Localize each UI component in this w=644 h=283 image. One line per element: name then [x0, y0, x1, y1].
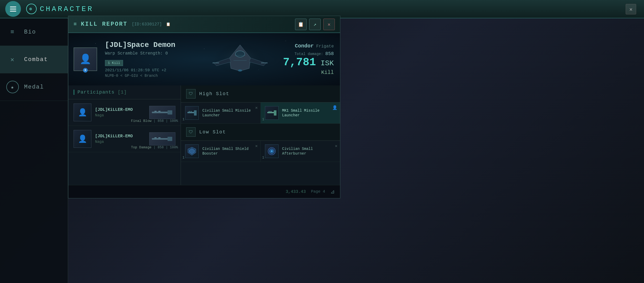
participant-1-info: [JDL]KiLLER-EMO Naga	[95, 107, 146, 117]
participant-2-damage: 858	[158, 145, 164, 149]
sidebar-item-bio[interactable]: ≡ Bio	[0, 18, 68, 46]
participant-2-ship: Naga	[95, 140, 146, 144]
sidebar-item-medal[interactable]: ★ Medal	[0, 73, 68, 101]
pilot-avatar: 👤 +	[74, 47, 97, 71]
participant-2-label: Top Damage	[131, 145, 152, 149]
app-logo: ⊕ CHARACTER	[26, 4, 93, 14]
high-slot-1-count: 1	[182, 117, 185, 121]
svg-rect-24	[269, 111, 270, 112]
logo-icon: ⊕	[26, 4, 37, 14]
sidebar: ≡ Bio ✕ Combat ★ Medal	[0, 18, 68, 283]
ship-banner: 👤 + [JDL]Space Demon Warp Scramble Stren…	[68, 33, 340, 85]
sidebar-medal-label: Medal	[24, 84, 44, 90]
participant-2-info: [JDL]KiLLER-EMO Naga	[95, 134, 146, 144]
kr-close-button[interactable]: ✕	[323, 19, 335, 30]
svg-rect-14	[152, 138, 170, 140]
participants-count: [1]	[118, 90, 127, 95]
participant-1-weapon	[149, 106, 175, 119]
svg-rect-22	[267, 112, 275, 113]
sidebar-combat-label: Combat	[24, 56, 48, 63]
low-slot-icon: 🛡	[186, 127, 196, 137]
kr-menu-icon[interactable]: ≡	[74, 21, 77, 27]
clipboard-button[interactable]: 📋	[295, 19, 307, 30]
shield-booster-svg	[187, 146, 197, 156]
high-slot-items: 1 Civilian Small Missile Launcher ✕	[181, 102, 340, 124]
svg-rect-15	[168, 137, 172, 141]
participant-row: 👤 [JDL]KiLLER-EMO Naga	[68, 126, 181, 152]
svg-rect-21	[191, 111, 192, 112]
weapon-svg-2	[151, 134, 174, 144]
afterburner-svg	[267, 146, 277, 156]
low-slot-item-1: 1 Civilian Small Shield Booster ✕	[181, 141, 261, 162]
low-slot-item-2: 1 Civilian Small Afterburner ✕	[261, 141, 340, 162]
low-slot-2-icon	[265, 144, 279, 158]
content-area: Participants [1] 👤 [JDL]KiLLER-EMO Naga	[68, 85, 340, 185]
panel-bottom: 3,433.43 Page 4 ⊿	[68, 185, 340, 198]
participant-2-stats: Top Damage | 858 | 100%	[131, 145, 178, 149]
kill-report-actions: 📋 ↗ ✕	[295, 19, 335, 30]
svg-rect-18	[187, 112, 195, 113]
participant-2-name: [JDL]KiLLER-EMO	[95, 134, 146, 139]
participants-panel: Participants [1] 👤 [JDL]KiLLER-EMO Naga	[68, 85, 181, 185]
svg-rect-10	[152, 112, 170, 113]
high-slot-1-icon	[185, 106, 199, 120]
low-slot-1-close[interactable]: ✕	[255, 143, 258, 149]
participant-1-label: Final Blow	[131, 119, 152, 123]
low-slot-1-name: Civilian Small Shield Booster	[202, 146, 256, 156]
page-number: Page 4	[311, 189, 325, 194]
participant-1-name: [JDL]KiLLER-EMO	[95, 107, 146, 112]
svg-rect-19	[194, 110, 197, 116]
kill-report-title: KILL REPORT	[81, 21, 127, 28]
svg-rect-16	[154, 137, 157, 138]
participant-1-avatar: 👤	[74, 104, 91, 121]
clipboard-icon: 📋	[166, 22, 170, 26]
participant-2-avatar: 👤	[74, 130, 91, 148]
sidebar-bio-label: Bio	[24, 29, 36, 35]
kill-report-title-area: ≡ KILL REPORT [ID:6330127] 📋	[74, 21, 170, 28]
high-slot-2-name: MK1 Small Missile Launcher	[282, 108, 336, 118]
panel-bottom-right: 3,433.43 Page 4 ⊿	[286, 188, 335, 195]
svg-rect-25	[270, 111, 271, 112]
weapon-visual-1	[149, 106, 175, 119]
sidebar-combat-icon: ✕	[6, 53, 19, 66]
svg-rect-23	[274, 110, 276, 116]
high-slot-item-1: 1 Civilian Small Missile Launcher ✕	[181, 102, 261, 123]
avatar-plus-icon: +	[83, 68, 88, 73]
participants-title: Participants [1]	[74, 90, 175, 95]
ship-visual	[203, 36, 277, 83]
ship-svg	[209, 40, 271, 79]
low-slot-2-count: 1	[262, 156, 264, 160]
svg-rect-13	[158, 111, 160, 112]
kill-report-id: [ID:6330127]	[132, 22, 162, 27]
sidebar-bio-icon: ≡	[6, 26, 19, 38]
weapon-svg-1	[151, 107, 174, 118]
svg-rect-20	[189, 111, 190, 112]
participants-header: Participants [1]	[68, 85, 181, 99]
weapon-visual-2	[149, 132, 175, 145]
low-slot-2-name: Civilian Small Afterburner	[282, 146, 336, 156]
svg-rect-12	[154, 111, 157, 112]
missile-launcher-svg-2	[267, 108, 277, 118]
svg-point-4	[235, 51, 245, 57]
high-slot-header: 🛡 High Slot	[181, 85, 340, 102]
svg-rect-6	[213, 62, 219, 63]
low-slot-2-close[interactable]: ✕	[335, 143, 337, 149]
slots-panel: 🛡 High Slot 1 Civilian Small Mi	[181, 85, 340, 185]
high-slot-1-close[interactable]: ✕	[255, 105, 258, 110]
pilot-avatar-face: 👤	[74, 48, 97, 70]
svg-point-5	[238, 69, 242, 72]
participant-2-percent: 100%	[170, 145, 178, 149]
filter-icon[interactable]: ⊿	[330, 188, 335, 195]
participant-1-ship: Naga	[95, 113, 146, 117]
export-button[interactable]: ↗	[309, 19, 321, 30]
low-slot-1-icon	[185, 144, 199, 158]
participant-1-damage: 858	[158, 119, 164, 123]
app-close-button[interactable]: ✕	[626, 4, 636, 14]
participant-row: 👤 [JDL]KiLLER-EMO Naga	[68, 99, 181, 126]
menu-button[interactable]	[5, 1, 21, 17]
low-slot-1-count: 1	[182, 156, 185, 160]
high-slot-icon: 🛡	[186, 89, 196, 99]
svg-rect-17	[158, 137, 160, 138]
sidebar-item-combat[interactable]: ✕ Combat	[0, 46, 68, 73]
kill-report-header: ≡ KILL REPORT [ID:6330127] 📋 📋 ↗ ✕	[68, 16, 340, 33]
